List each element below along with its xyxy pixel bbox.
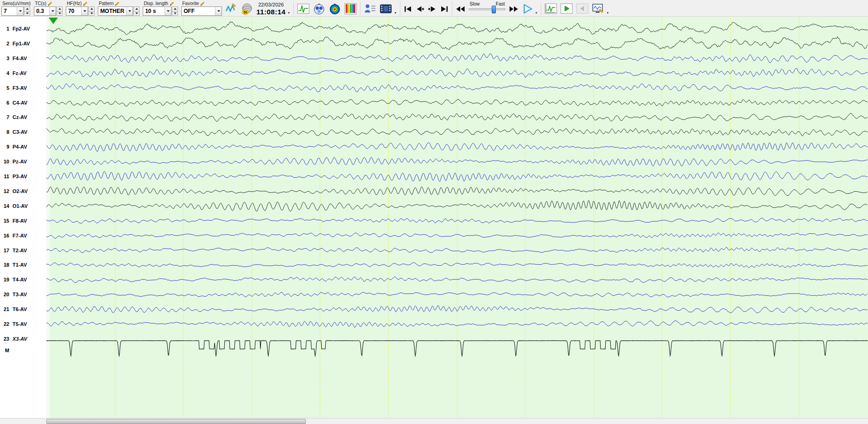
notch-filter-icon: 50: [241, 3, 253, 15]
display-length-dropdown-arrow[interactable]: [165, 7, 171, 15]
channel-label-row[interactable]: 19T4-AV: [0, 276, 46, 283]
topography-map-button[interactable]: [313, 2, 325, 15]
channel-name: O2-AV: [13, 188, 28, 194]
step-forward-button[interactable]: [428, 2, 437, 15]
channel-label-row[interactable]: 5F3-AV: [0, 84, 46, 92]
skip-to-end-icon: [440, 6, 449, 12]
edit-pencil-icon[interactable]: [115, 1, 120, 6]
channel-label-row[interactable]: 7Cz-AV: [0, 113, 46, 121]
channel-name: T2-AV: [13, 248, 27, 253]
play-button[interactable]: [522, 2, 533, 15]
pattern-edit-button[interactable]: [225, 2, 237, 15]
fast-label: Fast: [496, 1, 505, 6]
channel-label-row[interactable]: 23X3-AV: [0, 335, 46, 343]
horizontal-scrollbar[interactable]: [0, 418, 868, 424]
trend-view-button[interactable]: [545, 2, 557, 15]
channel-label-row[interactable]: 1Fp2-AV: [0, 25, 46, 32]
channel-label-row[interactable]: 3F4-AV: [0, 55, 46, 62]
channel-label-row[interactable]: 16F7-AV: [0, 232, 46, 239]
speed-slider[interactable]: Slow Fast: [469, 1, 506, 14]
rewind-icon: [456, 6, 465, 12]
display-length-combobox[interactable]: 10 s: [143, 6, 171, 16]
channel-name: Pz-AV: [13, 159, 27, 164]
channel-label-row[interactable]: 12O2-AV: [0, 187, 46, 195]
eeg-viewer-window: Sens(uV/mm) 7 TC(s) 0.3 HF: [0, 0, 868, 424]
channel-label-row[interactable]: 18T1-AV: [0, 261, 46, 268]
skip-to-start-icon: [404, 6, 412, 12]
favorite-dropdown-arrow[interactable]: [215, 7, 222, 15]
time-constant-combobox[interactable]: 0.3: [34, 6, 56, 16]
montage-editor-icon: [592, 3, 604, 15]
channel-number: 14: [0, 203, 9, 209]
video-dropdown-arrow[interactable]: ▼: [394, 12, 397, 14]
pattern-value: MOTHER: [100, 8, 124, 14]
montage-settings-button[interactable]: [592, 2, 604, 15]
channel-label-row[interactable]: 8C3-AV: [0, 128, 46, 136]
edit-pencil-icon[interactable]: [48, 1, 52, 6]
sensitivity-dropdown-arrow[interactable]: [17, 7, 23, 15]
favorite-label: Favorite: [182, 1, 199, 6]
channel-name: T3-AV: [13, 292, 27, 297]
sensitivity-control: Sens(uV/mm) 7: [1, 0, 31, 16]
high-frequency-spinner[interactable]: [89, 6, 95, 16]
speed-slider-thumb[interactable]: [492, 6, 496, 13]
play-dropdown-arrow[interactable]: ▼: [535, 12, 538, 14]
channel-labels: M 1Fp2-AV2Fp1-AV3F4-AV4Fz-AV5F3-AV6C4-AV…: [0, 17, 46, 418]
channel-label-row[interactable]: 21T6-AV: [0, 306, 46, 313]
channel-label-row[interactable]: 4Fz-AV: [0, 69, 46, 77]
high-frequency-combobox[interactable]: 70: [66, 6, 88, 16]
time-constant-dropdown-arrow[interactable]: [49, 7, 56, 15]
scrollbar-thumb[interactable]: [46, 419, 306, 424]
high-frequency-control: HF(Hz) 70: [66, 0, 95, 16]
sensitivity-value: 7: [4, 8, 7, 14]
head-map-rainbow-icon: [329, 3, 341, 15]
settings-dropdown-arrow[interactable]: ▼: [606, 12, 609, 14]
step-back-button[interactable]: [416, 2, 424, 15]
pattern-combobox[interactable]: MOTHER: [98, 6, 133, 16]
speed-slider-track[interactable]: [469, 8, 506, 10]
toolbar: Sens(uV/mm) 7 TC(s) 0.3 HF: [0, 0, 868, 17]
fast-forward-icon: [509, 6, 519, 12]
channel-number: 17: [0, 248, 9, 253]
go-last-button[interactable]: [440, 2, 449, 15]
sensitivity-spinner[interactable]: [24, 6, 30, 16]
channel-number: 16: [0, 233, 9, 238]
high-frequency-dropdown-arrow[interactable]: [81, 7, 88, 15]
edit-pencil-icon[interactable]: [200, 1, 205, 6]
sensitivity-combobox[interactable]: 7: [1, 6, 24, 16]
channel-name: Cz-AV: [13, 114, 27, 120]
edit-pencil-icon[interactable]: [83, 1, 88, 6]
datetime-dropdown-arrow[interactable]: ▼: [287, 12, 290, 14]
toolbar-separator: [541, 1, 541, 15]
pattern-spinner[interactable]: [133, 6, 139, 16]
video-button[interactable]: [380, 2, 392, 15]
channel-name: Fp2-AV: [13, 26, 30, 31]
channel-label-row[interactable]: 22T5-AV: [0, 320, 46, 328]
time-constant-spinner[interactable]: [57, 6, 63, 16]
fast-forward-button[interactable]: [509, 2, 519, 15]
ekg-trace-button[interactable]: [297, 2, 310, 15]
edit-pencil-icon[interactable]: [170, 1, 174, 6]
go-first-button[interactable]: [404, 2, 412, 15]
patient-info-button[interactable]: [364, 2, 376, 15]
display-length-spinner[interactable]: [172, 6, 178, 16]
pattern-dropdown-arrow[interactable]: [126, 7, 133, 15]
rewind-button[interactable]: [456, 2, 465, 15]
channel-label-row[interactable]: 6C4-AV: [0, 99, 46, 106]
eeg-trace-display[interactable]: [46, 17, 868, 418]
channel-label-row[interactable]: 2Fp1-AV: [0, 40, 46, 47]
channel-label-row[interactable]: 10Pz-AV: [0, 158, 46, 165]
favorite-combobox[interactable]: OFF: [181, 6, 222, 16]
amplitude-map-button[interactable]: [329, 2, 341, 15]
channel-label-row[interactable]: 11P3-AV: [0, 173, 46, 180]
channel-number: 8: [0, 129, 9, 135]
channel-label-row[interactable]: 14O1-AV: [0, 202, 46, 210]
channel-name: O1-AV: [13, 203, 28, 209]
channel-label-row[interactable]: 9P4-AV: [0, 143, 46, 150]
notch-filter-button[interactable]: 50: [241, 2, 253, 15]
channel-label-row[interactable]: 17T2-AV: [0, 247, 46, 254]
replay-button[interactable]: [560, 2, 573, 15]
channel-label-row[interactable]: 20T3-AV: [0, 291, 46, 298]
channel-label-row[interactable]: 15F8-AV: [0, 217, 46, 224]
dsa-spectrogram-button[interactable]: [344, 2, 357, 15]
